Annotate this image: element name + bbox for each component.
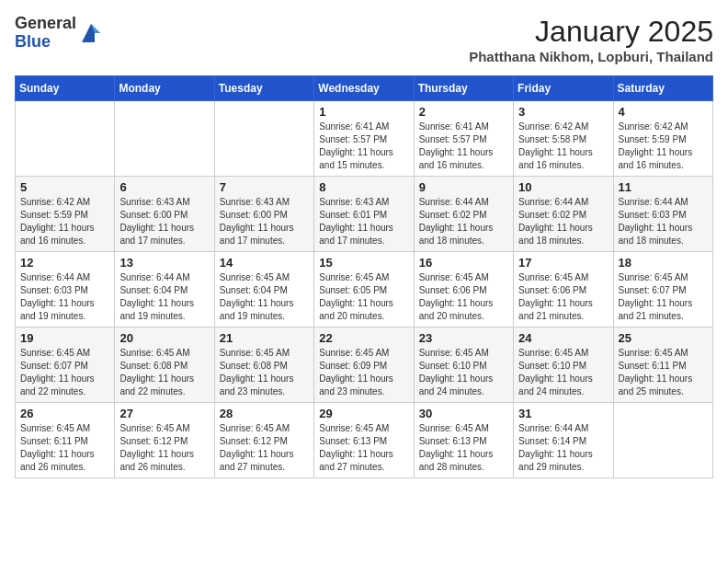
day-info: Sunrise: 6:41 AM Sunset: 5:57 PM Dayligh…: [419, 121, 508, 172]
calendar-cell: 1Sunrise: 6:41 AM Sunset: 5:57 PM Daylig…: [314, 101, 414, 177]
calendar-table: SundayMondayTuesdayWednesdayThursdayFrid…: [15, 75, 713, 478]
day-number: 28: [220, 407, 309, 420]
calendar-cell: 22Sunrise: 6:45 AM Sunset: 6:09 PM Dayli…: [314, 327, 414, 403]
day-info: Sunrise: 6:45 AM Sunset: 6:07 PM Dayligh…: [20, 347, 109, 398]
day-number: 12: [20, 256, 109, 270]
page-header: General Blue January 2025 Phatthana Nikh…: [15, 15, 713, 64]
day-info: Sunrise: 6:45 AM Sunset: 6:06 PM Dayligh…: [518, 271, 608, 323]
calendar-location: Phatthana Nikhom, Lopburi, Thailand: [469, 49, 713, 64]
day-number: 13: [119, 256, 209, 270]
day-info: Sunrise: 6:43 AM Sunset: 6:01 PM Dayligh…: [319, 196, 408, 247]
day-number: 20: [119, 331, 209, 345]
day-number: 27: [119, 407, 209, 420]
day-number: 1: [319, 105, 408, 119]
day-number: 10: [518, 180, 608, 194]
weekday-header-wednesday: Wednesday: [314, 76, 414, 101]
calendar-cell: 26Sunrise: 6:45 AM Sunset: 6:11 PM Dayli…: [16, 403, 115, 478]
day-info: Sunrise: 6:45 AM Sunset: 6:08 PM Dayligh…: [220, 347, 309, 398]
day-number: 7: [220, 180, 309, 194]
day-info: Sunrise: 6:45 AM Sunset: 6:12 PM Dayligh…: [220, 422, 309, 474]
day-number: 18: [619, 256, 708, 270]
day-info: Sunrise: 6:44 AM Sunset: 6:02 PM Dayligh…: [419, 196, 508, 247]
calendar-cell: 7Sunrise: 6:43 AM Sunset: 6:00 PM Daylig…: [214, 177, 313, 252]
day-number: 11: [619, 180, 708, 194]
weekday-header-thursday: Thursday: [414, 76, 513, 101]
calendar-cell: 9Sunrise: 6:44 AM Sunset: 6:02 PM Daylig…: [414, 177, 513, 252]
day-info: Sunrise: 6:45 AM Sunset: 6:10 PM Dayligh…: [518, 347, 608, 398]
logo-text: General Blue: [15, 15, 76, 52]
day-info: Sunrise: 6:45 AM Sunset: 6:11 PM Dayligh…: [619, 347, 708, 398]
day-info: Sunrise: 6:45 AM Sunset: 6:07 PM Dayligh…: [619, 271, 708, 323]
day-number: 16: [419, 256, 508, 270]
day-info: Sunrise: 6:44 AM Sunset: 6:02 PM Dayligh…: [518, 196, 608, 247]
day-info: Sunrise: 6:45 AM Sunset: 6:09 PM Dayligh…: [319, 347, 408, 398]
day-info: Sunrise: 6:42 AM Sunset: 5:59 PM Dayligh…: [619, 121, 708, 172]
day-info: Sunrise: 6:45 AM Sunset: 6:11 PM Dayligh…: [20, 422, 109, 474]
day-number: 29: [319, 407, 408, 420]
calendar-cell: 14Sunrise: 6:45 AM Sunset: 6:04 PM Dayli…: [214, 252, 313, 327]
day-info: Sunrise: 6:44 AM Sunset: 6:04 PM Dayligh…: [119, 271, 209, 323]
day-info: Sunrise: 6:45 AM Sunset: 6:05 PM Dayligh…: [319, 271, 408, 323]
day-number: 23: [419, 331, 508, 345]
calendar-cell: 3Sunrise: 6:42 AM Sunset: 5:58 PM Daylig…: [514, 101, 613, 177]
day-number: 2: [419, 105, 508, 119]
calendar-cell: [613, 403, 712, 478]
calendar-cell: [16, 101, 115, 177]
day-number: 22: [319, 331, 408, 345]
calendar-cell: 18Sunrise: 6:45 AM Sunset: 6:07 PM Dayli…: [613, 252, 712, 327]
calendar-cell: 24Sunrise: 6:45 AM Sunset: 6:10 PM Dayli…: [514, 327, 613, 403]
calendar-week-1: 1Sunrise: 6:41 AM Sunset: 5:57 PM Daylig…: [16, 101, 713, 177]
calendar-cell: 25Sunrise: 6:45 AM Sunset: 6:11 PM Dayli…: [613, 327, 712, 403]
title-block: January 2025 Phatthana Nikhom, Lopburi, …: [469, 15, 713, 64]
day-number: 8: [319, 180, 408, 194]
calendar-cell: 19Sunrise: 6:45 AM Sunset: 6:07 PM Dayli…: [16, 327, 115, 403]
calendar-cell: 8Sunrise: 6:43 AM Sunset: 6:01 PM Daylig…: [314, 177, 414, 252]
day-number: 9: [419, 180, 508, 194]
day-number: 24: [518, 331, 608, 345]
logo-general: General: [15, 15, 76, 33]
day-info: Sunrise: 6:45 AM Sunset: 6:04 PM Dayligh…: [220, 271, 309, 323]
day-info: Sunrise: 6:43 AM Sunset: 6:00 PM Dayligh…: [119, 196, 209, 247]
day-number: 25: [619, 331, 708, 345]
calendar-week-5: 26Sunrise: 6:45 AM Sunset: 6:11 PM Dayli…: [16, 403, 713, 478]
day-info: Sunrise: 6:44 AM Sunset: 6:03 PM Dayligh…: [619, 196, 708, 247]
calendar-cell: 11Sunrise: 6:44 AM Sunset: 6:03 PM Dayli…: [613, 177, 712, 252]
calendar-week-2: 5Sunrise: 6:42 AM Sunset: 5:59 PM Daylig…: [16, 177, 713, 252]
calendar-cell: 29Sunrise: 6:45 AM Sunset: 6:13 PM Dayli…: [314, 403, 414, 478]
weekday-header-monday: Monday: [115, 76, 214, 101]
calendar-cell: [214, 101, 313, 177]
logo: General Blue: [15, 15, 104, 52]
weekday-header-friday: Friday: [514, 76, 613, 101]
day-info: Sunrise: 6:44 AM Sunset: 6:03 PM Dayligh…: [20, 271, 109, 323]
day-info: Sunrise: 6:41 AM Sunset: 5:57 PM Dayligh…: [319, 121, 408, 172]
day-info: Sunrise: 6:45 AM Sunset: 6:13 PM Dayligh…: [319, 422, 408, 474]
day-info: Sunrise: 6:45 AM Sunset: 6:08 PM Dayligh…: [119, 347, 209, 398]
day-info: Sunrise: 6:45 AM Sunset: 6:13 PM Dayligh…: [419, 422, 508, 474]
day-number: 26: [20, 407, 109, 420]
calendar-cell: 27Sunrise: 6:45 AM Sunset: 6:12 PM Dayli…: [115, 403, 214, 478]
logo-icon: [78, 20, 104, 46]
day-number: 21: [220, 331, 309, 345]
calendar-title: January 2025: [469, 15, 713, 49]
calendar-cell: 31Sunrise: 6:44 AM Sunset: 6:14 PM Dayli…: [514, 403, 613, 478]
weekday-header-tuesday: Tuesday: [214, 76, 313, 101]
day-info: Sunrise: 6:45 AM Sunset: 6:06 PM Dayligh…: [419, 271, 508, 323]
day-info: Sunrise: 6:45 AM Sunset: 6:12 PM Dayligh…: [119, 422, 209, 474]
day-number: 5: [20, 180, 109, 194]
calendar-cell: 21Sunrise: 6:45 AM Sunset: 6:08 PM Dayli…: [214, 327, 313, 403]
day-info: Sunrise: 6:43 AM Sunset: 6:00 PM Dayligh…: [220, 196, 309, 247]
logo-blue: Blue: [15, 33, 76, 52]
calendar-week-3: 12Sunrise: 6:44 AM Sunset: 6:03 PM Dayli…: [16, 252, 713, 327]
calendar-cell: 6Sunrise: 6:43 AM Sunset: 6:00 PM Daylig…: [115, 177, 214, 252]
day-number: 15: [319, 256, 408, 270]
day-info: Sunrise: 6:45 AM Sunset: 6:10 PM Dayligh…: [419, 347, 508, 398]
calendar-cell: 23Sunrise: 6:45 AM Sunset: 6:10 PM Dayli…: [414, 327, 513, 403]
calendar-cell: 4Sunrise: 6:42 AM Sunset: 5:59 PM Daylig…: [613, 101, 712, 177]
day-number: 19: [20, 331, 109, 345]
calendar-cell: 2Sunrise: 6:41 AM Sunset: 5:57 PM Daylig…: [414, 101, 513, 177]
weekday-header-sunday: Sunday: [16, 76, 115, 101]
weekday-header-row: SundayMondayTuesdayWednesdayThursdayFrid…: [16, 76, 713, 101]
calendar-cell: [115, 101, 214, 177]
calendar-cell: 15Sunrise: 6:45 AM Sunset: 6:05 PM Dayli…: [314, 252, 414, 327]
calendar-cell: 28Sunrise: 6:45 AM Sunset: 6:12 PM Dayli…: [214, 403, 313, 478]
